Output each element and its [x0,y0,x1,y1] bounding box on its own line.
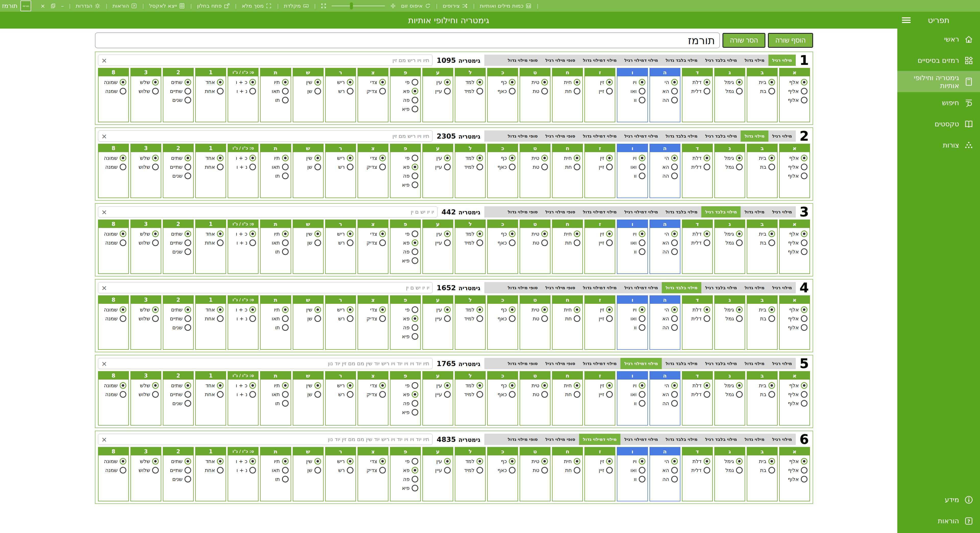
radio-button[interactable] [282,88,289,94]
spelling-option[interactable]: שמנה [100,88,126,94]
spelling-option[interactable]: שלש [133,458,159,465]
spelling-option[interactable]: חית [555,458,580,465]
radio-button[interactable] [671,155,678,161]
radio-button[interactable] [606,88,613,94]
spelling-option[interactable]: רש [328,391,353,398]
radio-button[interactable] [639,164,646,170]
spelling-option[interactable]: הא [652,391,678,398]
radio-button[interactable] [476,231,483,237]
radio-button[interactable] [606,458,613,465]
radio-button[interactable] [768,164,775,170]
radio-button[interactable] [541,239,548,246]
radio-button[interactable] [282,231,289,237]
tab-0[interactable]: מילוי רגיל [768,282,796,293]
spelling-option[interactable]: צדיק [360,391,386,398]
radio-button[interactable] [412,88,418,94]
radio-button[interactable] [217,79,224,86]
radio-button[interactable] [185,173,191,179]
spelling-option[interactable]: שין [295,79,321,86]
spelling-option[interactable]: בת [749,88,775,94]
radio-button[interactable] [444,164,451,170]
spelling-option[interactable]: גמל [717,88,743,94]
tab-0[interactable]: מילוי רגיל [768,434,796,445]
spelling-option[interactable]: זיין [587,391,613,398]
spelling-option[interactable]: חת [555,239,580,246]
tab-0[interactable]: מילוי רגיל [768,130,796,142]
spelling-option[interactable]: כ + ו [230,458,256,465]
spelling-option[interactable]: צדי [360,155,386,161]
radio-button[interactable] [444,239,451,246]
radio-button[interactable] [444,467,451,474]
radio-button[interactable] [768,88,775,94]
radio-button[interactable] [347,88,353,94]
spelling-option[interactable]: שמונה [100,458,126,465]
radio-button[interactable] [476,467,483,474]
radio-button[interactable] [314,231,321,237]
spelling-option[interactable]: חת [555,391,580,398]
radio-button[interactable] [736,458,743,465]
radio-button[interactable] [185,97,191,103]
radio-button[interactable] [671,467,678,474]
spelling-option[interactable]: דלית [684,239,710,246]
spelling-option[interactable]: שלוש [133,467,159,474]
remove-row-icon[interactable]: × [101,208,107,215]
spelling-option[interactable]: שמנה [100,239,126,246]
spelling-option[interactable]: אליף [782,315,808,322]
radio-button[interactable] [444,79,451,86]
spelling-option[interactable]: טית [522,79,548,86]
spelling-option[interactable]: זין [587,231,613,237]
spelling-option[interactable]: בת [749,164,775,170]
tab-4[interactable]: מילוי דמילוי רגיל [620,282,662,293]
radio-button[interactable] [444,231,451,237]
spelling-option[interactable]: אחד [198,231,224,237]
radio-button[interactable] [314,88,321,94]
radio-button[interactable] [185,382,191,389]
spelling-option[interactable]: הה [652,324,678,331]
radio-button[interactable] [152,79,159,86]
radio-button[interactable] [606,155,613,161]
radio-button[interactable] [801,315,808,322]
radio-button[interactable] [541,79,548,86]
spelling-option[interactable]: וו [619,97,645,103]
spelling-option[interactable]: שתים [165,231,191,237]
spelling-option[interactable]: טית [522,231,548,237]
radio-button[interactable] [736,391,743,398]
spelling-option[interactable]: שין [295,382,321,389]
instructions-button[interactable]: הוראות? [113,3,137,9]
spelling-option[interactable]: פא [393,467,418,474]
spelling-option[interactable]: שלש [133,306,159,313]
spelling-option[interactable]: כף [490,79,515,86]
radio-button[interactable] [801,467,808,474]
radio-button[interactable] [412,485,418,492]
spelling-option[interactable]: שנים [165,248,191,255]
radio-button[interactable] [509,467,515,474]
radio-button[interactable] [736,231,743,237]
radio-button[interactable] [606,315,613,322]
copy-button[interactable] [50,3,56,9]
radio-button[interactable] [574,458,580,465]
radio-button[interactable] [152,88,159,94]
spelling-option[interactable]: שלוש [133,391,159,398]
spelling-option[interactable]: הא [652,88,678,94]
tab-7[interactable]: סופי מילוי גדול [504,434,542,445]
radio-button[interactable] [412,324,418,331]
radio-button[interactable] [509,458,515,465]
radio-button[interactable] [541,306,548,313]
spelling-option[interactable]: למיד [457,391,483,398]
radio-button[interactable] [249,315,256,322]
radio-button[interactable] [217,164,224,170]
spelling-option[interactable]: שמונה [100,306,126,313]
spelling-option[interactable]: הה [652,476,678,482]
spelling-option[interactable]: פי [393,231,418,237]
radio-button[interactable] [541,155,548,161]
spelling-option[interactable]: גמל [717,239,743,246]
radio-button[interactable] [412,239,418,246]
spelling-option[interactable]: אליף [782,88,808,94]
radio-button[interactable] [152,239,159,246]
spelling-option[interactable]: זין [587,79,613,86]
spelling-option[interactable]: הה [652,400,678,407]
sidebar-bottom-item-info[interactable]: מידע [897,489,980,510]
spelling-option[interactable]: רש [328,239,353,246]
spelling-option[interactable]: כאף [490,239,515,246]
radio-button[interactable] [768,458,775,465]
